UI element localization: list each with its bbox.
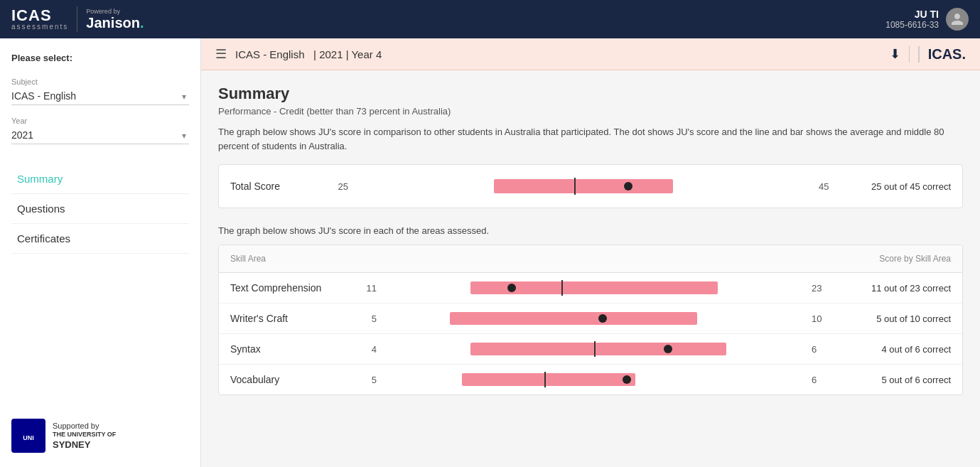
year-title: | 2021 | Year 4: [313, 48, 382, 60]
sidebar-item-certificates[interactable]: Certificates: [11, 224, 189, 254]
sidebar: Please select: Subject ICAS - English Ye…: [0, 38, 201, 467]
supported-by-text: Supported by: [53, 421, 116, 431]
bar-pink-sx: [470, 343, 726, 355]
skill-min-vocabulary: 5: [355, 375, 377, 385]
year-field-label: Year: [11, 117, 189, 125]
year-select-wrapper[interactable]: 2021: [11, 127, 189, 144]
university-label: THE UNIVERSITY OF: [53, 431, 116, 439]
bar-line-vo: [544, 372, 546, 387]
skill-card: Skill Area Score by Skill Area Text Comp…: [218, 245, 963, 395]
skill-name-vocabulary: Vocabulary: [230, 374, 344, 385]
skill-max-text-comprehension: 23: [812, 283, 833, 294]
total-bar-pink: [494, 179, 673, 193]
avatar: [946, 8, 969, 31]
bar-line-sx: [594, 341, 596, 357]
skill-table-header: Skill Area Score by Skill Area: [219, 245, 962, 273]
sidebar-nav: Summary Questions Certificates: [11, 164, 189, 254]
user-id: 1085-6616-33: [885, 20, 939, 30]
user-name: JU TI: [885, 9, 939, 20]
total-score-card: Total Score 25 45 25 out of 45 correct: [218, 164, 963, 208]
skill-result-writers-craft: 5 out of 10 correct: [844, 313, 951, 324]
skill-max-vocabulary: 6: [812, 375, 833, 385]
skill-row-syntax: Syntax 4 6 4 out of 6 correct: [219, 334, 962, 365]
total-score-min: 25: [327, 181, 348, 192]
main-layout: Please select: Subject ICAS - English Ye…: [0, 38, 980, 467]
skill-min-writers-craft: 5: [355, 313, 377, 324]
bar-dot-tc: [507, 284, 516, 292]
total-score-max: 45: [819, 181, 840, 192]
powered-by: Powered by Janison.: [86, 8, 144, 31]
skill-result-syntax: 4 out of 6 correct: [844, 344, 951, 355]
total-score-bar: [360, 179, 807, 193]
icas-logo: ICAS assessments: [11, 8, 68, 31]
sydney-text: Supported by THE UNIVERSITY OF SYDNEY: [53, 421, 116, 451]
skill-min-syntax: 4: [355, 344, 377, 355]
skill-header-score: Score by Skill Area: [683, 254, 951, 264]
content-area: Summary Performance - Credit (better tha…: [201, 70, 980, 409]
performance-subtitle: Performance - Credit (better than 73 per…: [218, 106, 963, 117]
year-select[interactable]: 2021: [11, 127, 189, 144]
skill-name-text-comprehension: Text Comprehension: [230, 282, 344, 294]
subject-field-label: Subject: [11, 77, 189, 86]
skill-max-writers-craft: 10: [812, 313, 833, 324]
download-icon[interactable]: ⬇: [890, 46, 900, 62]
skill-description: The graph below shows JU's score in each…: [218, 225, 963, 236]
icas-text: ICAS: [11, 8, 68, 23]
bar-dot-wc: [598, 314, 607, 323]
total-score-result: 25 out of 45 correct: [851, 181, 951, 192]
sub-header-title: ICAS - English | 2021 | Year 4: [235, 48, 382, 60]
sydney-logo: UNI: [11, 419, 45, 453]
skill-row-text-comprehension: Text Comprehension 11 23 11 out of 23 co…: [219, 273, 962, 304]
page-title: Summary: [218, 85, 963, 103]
assessments-text: assessments: [11, 23, 68, 31]
skill-result-vocabulary: 5 out of 6 correct: [844, 375, 951, 385]
main-content: ☰ ICAS - English | 2021 | Year 4 ⬇ ICAS.…: [201, 38, 980, 467]
hamburger-icon[interactable]: ☰: [215, 46, 227, 62]
university-name: SYDNEY: [53, 439, 116, 451]
svg-text:UNI: UNI: [23, 434, 34, 441]
skill-max-syntax: 6: [812, 344, 833, 355]
skill-name-syntax: Syntax: [230, 343, 344, 355]
user-section: JU TI 1085-6616-33: [885, 8, 969, 31]
user-info: JU TI 1085-6616-33: [885, 9, 939, 30]
logo-group: ICAS assessments Powered by Janison.: [11, 6, 144, 32]
skill-bar-syntax: [388, 343, 800, 355]
divider: [909, 45, 910, 63]
subject-title: ICAS - English: [235, 48, 305, 60]
bar-line-tc: [561, 280, 563, 296]
icas-badge: ICAS.: [918, 46, 966, 63]
logo-divider: [77, 6, 77, 32]
skill-bar-vocabulary: [388, 373, 800, 386]
skill-row-vocabulary: Vocabulary 5 6 5 out of 6 correct: [219, 365, 962, 394]
total-score-row: Total Score 25 45 25 out of 45 correct: [230, 179, 951, 193]
skill-row-writers-craft: Writer's Craft 5 10 5 out of 10 correct: [219, 304, 962, 334]
skill-bar-text-comprehension: [388, 281, 800, 294]
skill-bar-writers-craft: [388, 312, 800, 325]
total-bar-dot: [624, 182, 632, 190]
total-score-label: Total Score: [230, 181, 316, 192]
janison-text: Janison.: [86, 15, 144, 31]
sidebar-footer: UNI Supported by THE UNIVERSITY OF SYDNE…: [11, 407, 189, 453]
skill-result-text-comprehension: 11 out of 23 correct: [844, 283, 951, 294]
subject-select[interactable]: ICAS - English: [11, 87, 189, 105]
sub-header-right: ⬇ ICAS.: [890, 45, 966, 63]
sidebar-item-questions[interactable]: Questions: [11, 194, 189, 224]
bar-pink-wc: [450, 312, 697, 325]
bar-pink-vo: [462, 373, 635, 386]
sub-header: ☰ ICAS - English | 2021 | Year 4 ⬇ ICAS.: [201, 38, 980, 70]
please-select-label: Please select:: [11, 53, 189, 63]
skill-header-area: Skill Area: [230, 254, 372, 264]
subject-select-wrapper[interactable]: ICAS - English: [11, 87, 189, 105]
powered-by-label: Powered by: [86, 8, 120, 15]
score-description: The graph below shows JU's score in comp…: [218, 125, 963, 153]
skill-name-writers-craft: Writer's Craft: [230, 313, 344, 324]
skill-min-text-comprehension: 11: [355, 283, 377, 294]
sidebar-item-summary[interactable]: Summary: [11, 164, 189, 194]
app-header: ICAS assessments Powered by Janison. JU …: [0, 0, 980, 38]
total-bar-line: [574, 178, 576, 195]
sub-header-left: ☰ ICAS - English | 2021 | Year 4: [215, 46, 382, 62]
